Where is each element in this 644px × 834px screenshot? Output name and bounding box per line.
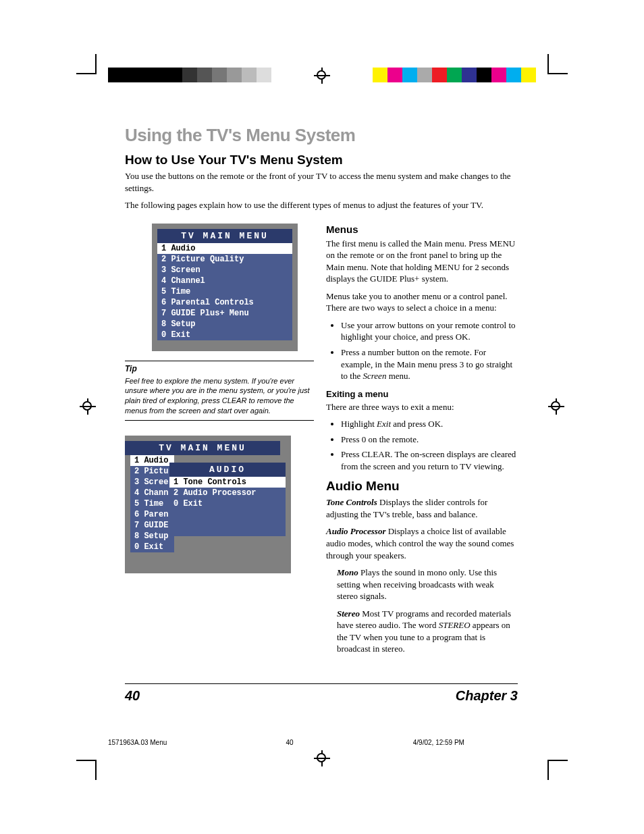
swatch bbox=[242, 68, 257, 82]
swatch bbox=[182, 68, 197, 82]
registration-mark-icon bbox=[548, 398, 564, 415]
divider bbox=[125, 420, 314, 421]
chapter-label: Chapter 3 bbox=[456, 688, 518, 704]
menu-item: 0 Exit bbox=[169, 498, 286, 509]
bullet-list: Highlight Exit and press OK. Press 0 on … bbox=[326, 418, 516, 472]
crop-mark bbox=[76, 73, 97, 74]
print-meta: 1571963A.03 Menu 40 4/9/02, 12:59 PM bbox=[108, 739, 540, 746]
menu-item: 1 Audio bbox=[130, 455, 174, 466]
menu-item: 2 Pictu bbox=[130, 466, 174, 477]
swatch bbox=[462, 68, 477, 82]
menu-title: TV MAIN MENU bbox=[157, 229, 292, 243]
menu-item: 8 Setup bbox=[130, 531, 174, 542]
menus-heading: Menus bbox=[326, 224, 516, 235]
swatch bbox=[521, 68, 536, 82]
audio-menu-heading: Audio Menu bbox=[326, 479, 516, 494]
list-item: Press 0 on the remote. bbox=[341, 434, 516, 446]
swatch bbox=[447, 68, 462, 82]
menu-item: 1 Audio bbox=[157, 243, 292, 254]
content-area: Using the TV's Menu System How to Use Yo… bbox=[125, 125, 516, 660]
menu-item: 5 Time bbox=[130, 498, 174, 509]
menu-item: 4 Channel bbox=[157, 276, 292, 286]
page-footer: 40 Chapter 3 bbox=[125, 683, 518, 704]
swatch bbox=[197, 68, 212, 82]
body-text: The first menu is called the Main menu. … bbox=[326, 238, 516, 285]
definition: Audio Processor Displays a choice list o… bbox=[326, 525, 516, 561]
swatch bbox=[402, 68, 417, 82]
list-item: Use your arrow buttons on your remote co… bbox=[341, 319, 516, 343]
crop-mark bbox=[95, 760, 97, 780]
sub-definition: Stereo Most TV programs and recorded mat… bbox=[337, 608, 516, 655]
crop-mark bbox=[547, 760, 568, 761]
menu-item: 6 Parental Controls bbox=[157, 297, 292, 308]
swatch bbox=[477, 68, 491, 82]
crop-mark bbox=[547, 73, 568, 74]
menu-item: 2 Picture Quality bbox=[157, 254, 292, 265]
menu-item: 1 Tone Controls bbox=[169, 477, 286, 488]
menu-item: 0 Exit bbox=[157, 330, 292, 340]
manual-page: Using the TV's Menu System How to Use Yo… bbox=[0, 0, 644, 834]
page-number: 40 bbox=[125, 688, 140, 704]
swatch bbox=[227, 68, 242, 82]
swatch bbox=[167, 68, 182, 82]
bullet-list: Use your arrow buttons on your remote co… bbox=[326, 319, 516, 382]
menu-item: 3 Screen bbox=[157, 265, 292, 276]
menu-item: 2 Audio Processor bbox=[169, 488, 286, 498]
menu-item: 0 Exit bbox=[130, 542, 174, 552]
definition: Tone Controls Displays the slider contro… bbox=[326, 496, 516, 520]
list-item: Press CLEAR. The on-screen displays are … bbox=[341, 448, 516, 472]
registration-mark-icon bbox=[314, 68, 330, 84]
tip-text: Feel free to explore the menu system. If… bbox=[125, 376, 314, 416]
menu-item: 3 Scree bbox=[130, 477, 174, 488]
body-text: Menus take you to another menu or a cont… bbox=[326, 290, 516, 314]
divider bbox=[125, 361, 314, 361]
color-bar-right bbox=[373, 68, 536, 82]
swatch bbox=[432, 68, 447, 82]
menu-item: 5 Time bbox=[157, 286, 292, 297]
intro-paragraph: You use the buttons on the remote or the… bbox=[125, 170, 516, 194]
crop-mark bbox=[547, 54, 549, 74]
list-item: Press a number button on the remote. For… bbox=[341, 346, 516, 382]
meta-file: 1571963A.03 Menu bbox=[108, 739, 286, 746]
menu-item: 7 GUIDE Plus+ Menu bbox=[157, 308, 292, 319]
registration-mark-icon bbox=[80, 398, 96, 415]
registration-mark-icon bbox=[314, 750, 330, 766]
swatch bbox=[387, 68, 402, 82]
swatch bbox=[373, 68, 387, 82]
exiting-heading: Exiting a menu bbox=[326, 389, 516, 399]
intro-paragraph: The following pages explain how to use t… bbox=[125, 199, 516, 211]
crop-mark bbox=[95, 54, 97, 74]
menu-item: 7 GUIDE bbox=[130, 520, 174, 531]
swatch bbox=[108, 68, 123, 82]
tv-audio-menu-figure: TV MAIN MENU 1 Audio2 Pictu3 Scree4 Chan… bbox=[125, 436, 291, 573]
swatch bbox=[491, 68, 506, 82]
meta-page: 40 bbox=[286, 739, 413, 746]
swatch bbox=[417, 68, 432, 82]
swatch bbox=[257, 68, 271, 82]
sub-definition: Mono Plays the sound in mono only. Use t… bbox=[337, 567, 516, 602]
swatch bbox=[138, 68, 153, 82]
menu-item: 8 Setup bbox=[157, 319, 292, 330]
tip-heading: Tip bbox=[125, 364, 314, 373]
tv-main-menu-figure: TV MAIN MENU 1 Audio2 Picture Quality3 S… bbox=[152, 224, 298, 351]
swatch bbox=[212, 68, 227, 82]
color-bar-left bbox=[108, 68, 271, 82]
swatch bbox=[123, 68, 138, 82]
left-column: TV MAIN MENU 1 Audio2 Picture Quality3 S… bbox=[125, 224, 314, 660]
swatch bbox=[153, 68, 167, 82]
list-item: Highlight Exit and press OK. bbox=[341, 418, 516, 430]
section-heading: How to Use Your TV's Menu System bbox=[125, 153, 516, 167]
submenu-title: AUDIO bbox=[169, 463, 286, 477]
crop-mark bbox=[547, 760, 549, 780]
page-title: Using the TV's Menu System bbox=[125, 125, 516, 146]
menu-item: 4 Chann bbox=[130, 488, 174, 498]
meta-date: 4/9/02, 12:59 PM bbox=[413, 739, 540, 746]
menu-title: TV MAIN MENU bbox=[125, 441, 280, 455]
menu-item: 6 Paren bbox=[130, 509, 174, 520]
right-column: Menus The first menu is called the Main … bbox=[326, 224, 516, 660]
body-text: There are three ways to exit a menu: bbox=[326, 401, 516, 413]
swatch bbox=[506, 68, 521, 82]
crop-mark bbox=[76, 760, 97, 761]
